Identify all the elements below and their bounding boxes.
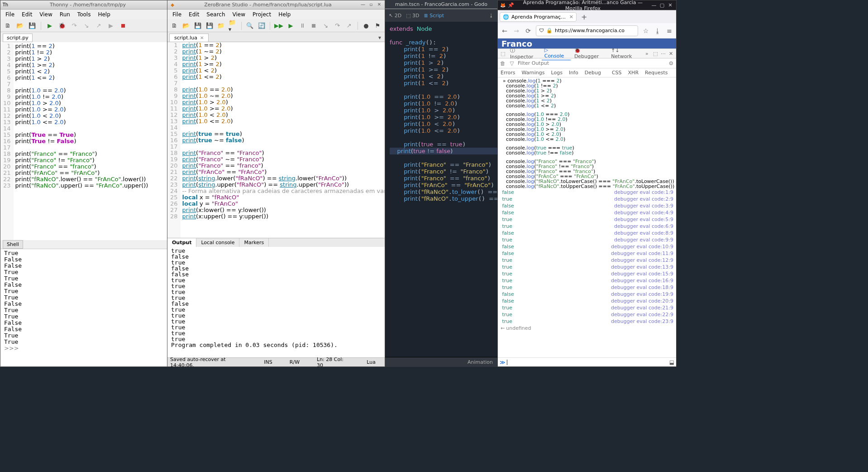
new-file-icon[interactable]: 🗎 <box>170 21 179 30</box>
pick-element-icon[interactable]: ⬚ <box>500 51 506 57</box>
step-out-icon[interactable]: ↗ <box>94 21 103 30</box>
run-icon[interactable]: ▶▶ <box>274 21 283 30</box>
step-into-icon[interactable]: ↘ <box>321 21 330 30</box>
tab-script[interactable]: ≣ Script <box>424 13 444 19</box>
resume-icon[interactable]: ▶ <box>106 21 115 30</box>
menu-help[interactable]: Help <box>275 10 294 19</box>
debug-icon[interactable]: 🐞 <box>57 21 67 30</box>
outtab-local-console[interactable]: Local console <box>196 238 239 247</box>
step-out-icon[interactable]: ↗ <box>345 21 353 30</box>
cat-warnings[interactable]: Warnings <box>521 69 546 76</box>
menu-search[interactable]: Search <box>203 10 228 19</box>
reload-icon[interactable]: ⟳ <box>524 27 532 34</box>
outtab-markers[interactable]: Markers <box>239 238 269 247</box>
menu-tools[interactable]: Tools <box>74 10 94 19</box>
close-icon[interactable]: ✕ <box>666 2 674 8</box>
forward-icon[interactable]: → <box>512 27 520 34</box>
step-over-icon[interactable]: ↷ <box>333 21 342 30</box>
break-icon[interactable]: ⏸ <box>298 21 307 30</box>
cat-logs[interactable]: Logs <box>550 69 563 76</box>
zbs-titlebar[interactable]: ◆ ZeroBrane Studio - /home/franco/tmp/lu… <box>167 0 385 10</box>
devtools-close-icon[interactable]: ✕ <box>668 51 674 57</box>
save-icon[interactable]: 💾 <box>194 21 202 30</box>
thonny-editor[interactable]: 1234567891011121314151617181920212223 pr… <box>0 42 167 240</box>
project-icon[interactable]: 📁▾ <box>229 21 237 30</box>
project-from-file-icon[interactable]: 📁 <box>217 21 225 30</box>
split-console-icon[interactable]: ⬓ <box>669 359 674 366</box>
menu-project[interactable]: Project <box>249 10 274 19</box>
new-file-icon[interactable]: 🗎 <box>3 21 12 30</box>
code-area[interactable]: print(1 == 2)print(1 != 2)print(1 > 2)pr… <box>14 43 167 240</box>
overflow-icon[interactable]: » <box>644 51 650 57</box>
open-file-icon[interactable]: 📂 <box>15 21 24 30</box>
minimize-icon[interactable]: — <box>650 2 658 8</box>
ff-titlebar[interactable]: 🦊 📌 Aprenda Programação: Aritméti...anco… <box>498 0 676 10</box>
trash-icon[interactable]: 🗑 <box>500 60 506 67</box>
bookmark-icon[interactable]: ☆ <box>642 27 650 34</box>
shield-icon[interactable]: 🛡 <box>539 28 544 34</box>
browser-tab[interactable]: 🌐 Aprenda Programação: Aritm ✕ <box>500 12 577 22</box>
cat-xhr[interactable]: XHR <box>627 69 639 76</box>
thonny-shell[interactable]: True False False True True False True Tr… <box>0 249 167 366</box>
tab-2d[interactable]: ↖ 2D <box>389 13 401 19</box>
stop-debug-icon[interactable]: ⏹ <box>310 21 319 30</box>
thonny-titlebar[interactable]: Th Thonny - /home/franco/tmp/py <box>0 0 167 10</box>
open-file-icon[interactable]: 📂 <box>182 21 191 30</box>
save-icon[interactable]: 💾 <box>28 21 37 30</box>
menu-file[interactable]: File <box>169 10 185 19</box>
tab-dropdown-icon[interactable]: ▾ <box>377 34 383 41</box>
funnel-icon[interactable]: ▽ <box>509 60 515 67</box>
outtab-output[interactable]: Output <box>167 238 196 247</box>
find-icon[interactable]: 🔍 <box>246 21 254 30</box>
tab-3d[interactable]: ⬚ 3D <box>406 13 419 19</box>
cat-requests[interactable]: Requests <box>644 69 668 76</box>
menu-run[interactable]: Run <box>57 10 73 19</box>
zbs-output[interactable]: true false true false false true true tr… <box>167 247 385 357</box>
animation-tab[interactable]: Animation <box>467 359 493 365</box>
address-bar[interactable]: 🛡 🔒 https://www.francogarcia.co <box>536 25 638 36</box>
filter-input[interactable] <box>518 60 665 66</box>
godot-titlebar[interactable]: main.tscn - FrancoGarcia.com - Godo <box>385 0 497 9</box>
replace-icon[interactable]: 🔄 <box>257 21 266 30</box>
menu-help[interactable]: Help <box>95 10 113 19</box>
menu-view[interactable]: View <box>36 10 55 19</box>
toggle-breakpoint-icon[interactable]: ● <box>362 21 371 30</box>
zbs-editor[interactable]: 1234567891011121314151617181920212223242… <box>167 42 385 238</box>
stop-icon[interactable]: ⏹ <box>119 21 128 30</box>
step-into-icon[interactable]: ↘ <box>82 21 91 30</box>
tab-close-icon[interactable]: ✕ <box>200 35 204 40</box>
console-prompt[interactable]: ≫ ⬓ <box>498 357 676 366</box>
dock-icon[interactable]: ⬚ <box>652 51 659 57</box>
minimize-icon[interactable]: — <box>359 2 367 8</box>
menu-edit[interactable]: Edit <box>186 10 202 19</box>
tab-close-icon[interactable]: ✕ <box>569 14 573 20</box>
maximize-icon[interactable]: ▢ <box>658 2 666 8</box>
menu-view[interactable]: View <box>229 10 248 19</box>
save-all-icon[interactable]: 💾 <box>205 21 214 30</box>
zbs-file-tab[interactable]: script.lua✕ <box>169 34 209 42</box>
godot-editor[interactable]: extends Nodefunc _ready(): print(1 == 2)… <box>385 22 497 357</box>
code-area[interactable]: print(1 == 2)print(1 ~= 2)print(1 > 2)pr… <box>181 42 385 238</box>
thonny-file-tab[interactable]: script.py <box>3 34 33 42</box>
settings-icon[interactable]: ⚙ <box>668 60 674 67</box>
menu-edit[interactable]: Edit <box>19 10 35 19</box>
run-icon[interactable]: ▶ <box>45 21 54 30</box>
close-icon[interactable]: ✕ <box>376 2 383 8</box>
new-tab-button[interactable]: + <box>578 13 590 21</box>
shell-tab[interactable]: Shell <box>3 240 23 249</box>
cat-errors[interactable]: Errors <box>500 69 516 76</box>
godot-bottom-panel[interactable]: Animation <box>385 357 497 367</box>
download-icon[interactable]: ⭳ <box>653 27 662 34</box>
menu-file[interactable]: File <box>2 10 18 19</box>
cat-css[interactable]: CSS <box>611 69 623 76</box>
start-debug-icon[interactable]: ▶ <box>286 21 295 30</box>
download-icon[interactable]: ⭳ <box>489 13 494 19</box>
bookmark-icon[interactable]: ⚑ <box>373 21 382 30</box>
console-output[interactable]: » console.log(1 === 2) console.log(1 !==… <box>498 77 676 357</box>
cat-info[interactable]: Info <box>568 69 579 76</box>
devtools-more-icon[interactable]: ⋯ <box>660 51 667 57</box>
step-over-icon[interactable]: ↷ <box>70 21 79 30</box>
maximize-icon[interactable]: ▫ <box>367 2 375 8</box>
back-icon[interactable]: ← <box>501 27 509 34</box>
cat-debug[interactable]: Debug <box>584 69 602 76</box>
